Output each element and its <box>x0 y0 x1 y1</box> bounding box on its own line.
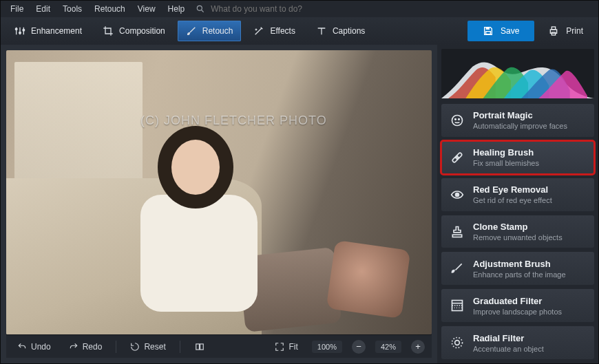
sliders-icon <box>14 25 25 36</box>
menu-file[interactable]: File <box>5 2 29 16</box>
svg-point-0 <box>198 6 202 10</box>
redo-button[interactable]: Redo <box>65 339 107 354</box>
tab-captions[interactable]: Captions <box>308 21 373 41</box>
svg-point-20 <box>458 157 459 158</box>
tool-desc: Automatically improve faces <box>473 122 567 130</box>
tool-title: Radial Filter <box>473 333 544 343</box>
svg-point-29 <box>455 341 460 345</box>
redo-icon <box>69 342 78 352</box>
divider <box>180 341 180 353</box>
svg-point-19 <box>456 157 456 158</box>
svg-rect-11 <box>552 27 556 30</box>
svg-rect-24 <box>452 235 461 237</box>
svg-rect-8 <box>486 28 490 30</box>
reset-label: Reset <box>144 342 165 352</box>
search-input[interactable] <box>211 4 348 14</box>
scene-pillow <box>326 240 410 319</box>
tool-red-eye[interactable]: Red Eye Removal Get rid of red eye effec… <box>441 178 594 211</box>
reset-button[interactable]: Reset <box>126 339 169 354</box>
menu-edit[interactable]: Edit <box>30 2 56 16</box>
svg-point-21 <box>456 156 457 156</box>
eye-icon <box>450 187 465 202</box>
tab-label: Retouch <box>202 26 233 36</box>
svg-point-6 <box>19 32 21 34</box>
undo-button[interactable]: Undo <box>13 339 55 354</box>
print-icon <box>548 25 559 36</box>
menu-retouch[interactable]: Retouch <box>89 2 131 16</box>
svg-point-16 <box>455 118 456 120</box>
tab-label: Effects <box>270 26 295 36</box>
svg-rect-14 <box>200 343 203 349</box>
toolbar: Enhancement Composition Retouch Effects … <box>1 17 598 45</box>
tab-label: Composition <box>119 26 165 36</box>
tool-clone-stamp[interactable]: Clone Stamp Remove unwanted objects <box>441 215 594 248</box>
tool-adjustment-brush[interactable]: Adjustment Brush Enhance parts of the im… <box>441 252 594 285</box>
tab-retouch[interactable]: Retouch <box>178 21 242 41</box>
svg-point-30 <box>452 338 463 348</box>
main-area: (C) JOHN FLETCHER PHOTO Undo Redo <box>1 45 598 363</box>
adjust-brush-icon <box>450 261 465 276</box>
svg-point-23 <box>456 193 459 196</box>
tool-desc: Remove unwanted objects <box>473 233 563 242</box>
tool-title: Adjustment Brush <box>473 259 566 269</box>
tab-composition[interactable]: Composition <box>94 21 174 41</box>
tool-desc: Fix small blemishes <box>473 159 539 167</box>
tool-desc: Enhance parts of the image <box>473 270 566 279</box>
svg-point-15 <box>452 115 463 125</box>
tool-desc: Improve landscape photos <box>473 308 562 316</box>
tab-effects[interactable]: Effects <box>245 21 303 41</box>
histogram <box>441 49 594 98</box>
divider <box>116 341 116 353</box>
save-button[interactable]: Save <box>467 21 534 41</box>
tab-enhancement[interactable]: Enhancement <box>6 21 90 41</box>
menubar: File Edit Tools Retouch View Help <box>1 1 598 17</box>
undo-label: Undo <box>31 342 51 352</box>
image-canvas[interactable]: (C) JOHN FLETCHER PHOTO <box>6 50 432 334</box>
svg-line-1 <box>202 10 204 12</box>
print-button[interactable]: Print <box>538 21 593 41</box>
menu-help[interactable]: Help <box>162 2 191 16</box>
svg-point-5 <box>15 28 17 30</box>
svg-point-7 <box>23 29 25 31</box>
app-root: File Edit Tools Retouch View Help Enhanc… <box>0 0 599 364</box>
scene-subject <box>134 105 258 312</box>
zoom-100-button[interactable]: 100% <box>312 341 342 353</box>
svg-rect-9 <box>486 32 491 34</box>
zoom-in-button[interactable]: + <box>411 340 425 354</box>
redo-label: Redo <box>83 342 103 352</box>
wand-icon <box>253 25 264 36</box>
zoom-out-button[interactable]: − <box>352 340 366 354</box>
tool-title: Graduated Filter <box>473 296 562 306</box>
bottombar: Undo Redo Reset <box>6 334 432 358</box>
compare-button[interactable] <box>190 339 209 354</box>
fit-label: Fit <box>288 342 297 352</box>
stamp-icon <box>450 224 465 239</box>
svg-point-17 <box>459 118 460 120</box>
zoom-current: 42% <box>375 341 401 353</box>
canvas-area: (C) JOHN FLETCHER PHOTO Undo Redo <box>1 45 437 363</box>
fit-icon <box>275 342 284 352</box>
tool-desc: Accentuate an object <box>473 345 544 353</box>
tool-title: Portrait Magic <box>473 110 567 120</box>
fit-button[interactable]: Fit <box>271 339 302 354</box>
retouch-tool-list: Portrait Magic Automatically improve fac… <box>437 103 598 363</box>
tool-radial-filter[interactable]: Radial Filter Accentuate an object <box>441 326 594 359</box>
save-icon <box>483 25 494 36</box>
radial-icon <box>450 335 465 350</box>
tool-graduated-filter[interactable]: Graduated Filter Improve landscape photo… <box>441 289 594 322</box>
menu-tools[interactable]: Tools <box>57 2 87 16</box>
svg-point-22 <box>456 158 457 159</box>
print-label: Print <box>566 26 583 36</box>
menu-view[interactable]: View <box>132 2 161 16</box>
image-watermark: (C) JOHN FLETCHER PHOTO <box>140 114 327 128</box>
gradient-icon <box>450 298 465 313</box>
tool-title: Healing Brush <box>473 147 539 158</box>
brush-icon <box>186 25 197 36</box>
tool-healing-brush[interactable]: Healing Brush Fix small blemishes <box>441 141 594 174</box>
face-icon <box>450 113 465 128</box>
tool-title: Red Eye Removal <box>473 184 552 195</box>
tab-label: Enhancement <box>31 26 82 36</box>
text-icon <box>316 25 327 36</box>
tool-portrait-magic[interactable]: Portrait Magic Automatically improve fac… <box>441 104 594 137</box>
search-icon <box>196 4 205 14</box>
